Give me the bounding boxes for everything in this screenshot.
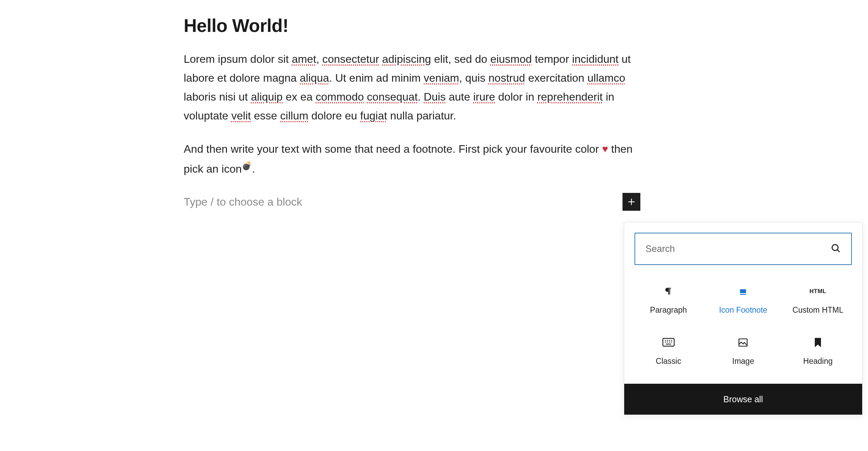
text-run: . Ut enim ad minim [329,72,424,84]
block-option-custom-html[interactable]: HTMLCustom HTML [780,274,855,325]
browse-all-button[interactable]: Browse all [624,384,862,415]
spellcheck-word: amet [292,53,316,65]
spellcheck-word: velit [231,109,251,122]
text-run: laboris nisi ut [184,91,251,103]
text-run: . [252,163,255,175]
svg-rect-6 [663,338,674,346]
block-option-paragraph[interactable]: Paragraph [631,274,706,325]
image-icon [738,335,749,350]
svg-line-3 [837,250,840,252]
spellcheck-word: cillum [280,109,308,122]
pilcrow-icon [664,284,673,299]
text-run: tempor [532,53,572,65]
post-title[interactable]: Hello World! [184,15,644,36]
text-run: exercitation [525,72,587,84]
heart-icon: ♥ [602,143,608,154]
text-run: Lorem ipsum dolor sit [184,53,292,65]
bomb-icon: 💣 [242,161,252,170]
paragraph-block-1[interactable]: Lorem ipsum dolor sit amet, consectetur … [184,50,644,125]
spellcheck-word: Duis [424,91,446,103]
spellcheck-word: consequat [367,91,418,103]
new-block-prompt-row: Type / to choose a block [184,193,644,211]
bookmark-icon [814,335,822,350]
text-run: . [418,91,424,103]
inserter-search-box[interactable] [635,233,852,265]
text-run: esse [251,109,280,122]
svg-rect-4 [740,289,746,293]
new-block-placeholder[interactable]: Type / to choose a block [184,196,623,208]
keyboard-icon [662,335,675,350]
text-run [364,91,367,103]
spellcheck-word: fugiat [360,109,387,122]
spellcheck-word: reprehenderit [537,91,603,103]
text-run: nulla pariatur. [387,109,456,122]
block-option-icon-footnote[interactable]: Icon Footnote [706,274,781,325]
block-option-heading[interactable]: Heading [780,325,855,376]
block-option-label: Custom HTML [792,305,843,315]
text-run: dolore eu [308,109,360,122]
block-inserter-popover: ParagraphIcon FootnoteHTMLCustom HTMLCla… [624,222,863,415]
block-option-classic[interactable]: Classic [631,325,706,376]
spellcheck-word: consectetur [322,53,379,65]
spellcheck-word: veniam [424,72,459,84]
svg-rect-16 [739,339,747,346]
text-run [379,53,382,65]
svg-point-2 [832,244,838,251]
text-run: aute [446,91,473,103]
spellcheck-word: ullamco [587,72,625,84]
paragraph-block-2[interactable]: And then write your text with some that … [184,140,644,178]
block-option-label: Paragraph [650,305,687,315]
block-option-label: Heading [803,357,833,366]
block-option-image[interactable]: Image [706,325,781,376]
block-option-label: Image [732,357,754,366]
plus-icon [627,197,636,207]
block-option-label: Icon Footnote [719,305,767,315]
spellcheck-word: irure [473,91,495,103]
inserter-search-wrap [624,222,862,274]
inserter-search-input[interactable] [646,244,831,254]
text-run: ex ea [283,91,316,103]
block-option-label: Classic [656,357,681,366]
footnote-icon [738,284,748,299]
spellcheck-word: nostrud [489,72,525,84]
text-run: , [316,53,322,65]
text-run: elit, sed do [431,53,490,65]
spellcheck-word: incididunt [572,53,618,65]
spellcheck-word: eiusmod [490,53,532,65]
inserter-blocks-grid: ParagraphIcon FootnoteHTMLCustom HTMLCla… [624,274,862,384]
text-run: , quis [459,72,488,84]
spellcheck-word: aliqua [300,72,329,84]
html-icon: HTML [810,284,826,299]
add-block-button[interactable] [623,193,640,211]
search-icon [831,243,841,255]
spellcheck-word: commodo [316,91,364,103]
spellcheck-word: adipiscing [382,53,431,65]
text-run: And then write your text with some that … [184,143,602,155]
spellcheck-word: aliquip [251,91,283,103]
text-run: dolor in [495,91,537,103]
svg-rect-5 [740,294,746,295]
